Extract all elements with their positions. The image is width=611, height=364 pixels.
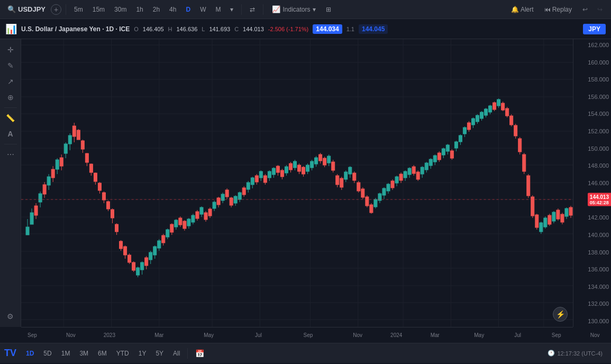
- svg-rect-285: [569, 207, 572, 215]
- lt-sep-1: [4, 107, 17, 108]
- svg-rect-239: [471, 119, 475, 125]
- chart-header: 📊 U.S. Dollar / Japanese Yen · 1D · ICE …: [0, 19, 611, 39]
- alert-label: Alert: [521, 6, 534, 13]
- svg-rect-233: [459, 135, 462, 142]
- tf-30m[interactable]: 30m: [111, 4, 130, 15]
- tf-2h[interactable]: 2h: [149, 4, 163, 15]
- lightning-button[interactable]: ⚡: [553, 307, 568, 322]
- svg-rect-273: [544, 218, 547, 227]
- time-sep: Sep: [28, 332, 37, 338]
- svg-rect-255: [506, 108, 509, 116]
- svg-rect-91: [158, 241, 161, 248]
- settings-tool[interactable]: ⚙: [3, 309, 19, 324]
- symbol-selector[interactable]: 🔍 USDJPY: [4, 4, 49, 15]
- svg-rect-101: [179, 218, 182, 225]
- draw-tool[interactable]: ✎: [3, 58, 19, 73]
- price-label-142: 142.000: [588, 214, 609, 221]
- price-label-132: 132.000: [588, 301, 609, 307]
- svg-rect-169: [323, 158, 326, 165]
- time-sep3: Sep: [552, 332, 561, 338]
- price-label-160: 160.000: [588, 59, 609, 66]
- tf-d[interactable]: D: [182, 4, 194, 15]
- symbol-text: USDJPY: [18, 5, 45, 13]
- svg-rect-37: [43, 185, 46, 194]
- svg-rect-207: [404, 171, 407, 178]
- current-price-badge: 144.034: [313, 24, 342, 34]
- replay-icon: ⏮: [544, 6, 551, 13]
- more-tools[interactable]: ⋯: [3, 147, 19, 162]
- svg-rect-209: [408, 168, 411, 175]
- tf-3m-bottom[interactable]: 3M: [75, 348, 93, 359]
- text-tool[interactable]: A: [3, 126, 19, 141]
- tf-6m-bottom[interactable]: 6M: [94, 348, 111, 359]
- clock-display: 🕐 12:17:32 (UTC-4): [543, 348, 607, 358]
- svg-rect-249: [493, 103, 496, 110]
- tf-all-bottom[interactable]: All: [169, 348, 184, 359]
- tf-15m[interactable]: 15m: [89, 4, 108, 15]
- indicators-label: Indicators: [282, 6, 310, 13]
- svg-rect-203: [395, 177, 398, 183]
- layout-button[interactable]: ⊞: [322, 4, 335, 15]
- tf-1d-bottom[interactable]: 1D: [22, 348, 38, 359]
- svg-rect-181: [349, 167, 352, 174]
- undo-button[interactable]: ↩: [578, 3, 592, 16]
- indicators-button[interactable]: 📈 Indicators ▾: [268, 4, 320, 15]
- open-value: 146.405: [143, 26, 164, 32]
- svg-rect-281: [561, 214, 564, 222]
- svg-rect-81: [136, 268, 140, 275]
- calendar-button[interactable]: 📅: [191, 348, 208, 359]
- svg-rect-87: [149, 252, 152, 260]
- ruler-tool[interactable]: 📏: [3, 111, 19, 125]
- price-label-154: 154.000: [588, 111, 609, 117]
- price-axis: 162.000 160.000 158.000 156.000 154.000 …: [573, 39, 611, 327]
- trend-tool[interactable]: ↗: [3, 74, 19, 89]
- svg-rect-41: [51, 169, 54, 178]
- chart-main[interactable]: ⚡: [21, 39, 573, 327]
- tf-ytd-bottom[interactable]: YTD: [112, 348, 133, 359]
- svg-rect-89: [153, 247, 157, 255]
- svg-rect-217: [425, 163, 428, 170]
- current-price-value: 144.013: [590, 194, 609, 200]
- clock-icon: 🕐: [548, 350, 555, 357]
- svg-rect-219: [429, 159, 432, 166]
- svg-rect-253: [501, 103, 505, 110]
- time-jul2: Jul: [514, 332, 521, 338]
- chart-svg: [21, 39, 573, 327]
- time-2023: 2023: [104, 332, 115, 338]
- svg-rect-93: [162, 235, 165, 243]
- svg-rect-39: [47, 177, 50, 185]
- tf-5m[interactable]: 5m: [70, 4, 87, 15]
- svg-rect-197: [382, 188, 386, 195]
- svg-rect-163: [311, 161, 314, 168]
- svg-rect-257: [510, 116, 513, 125]
- time-nov2: Nov: [353, 332, 362, 338]
- jpy-button[interactable]: JPY: [583, 24, 606, 34]
- tf-m[interactable]: M: [212, 4, 224, 15]
- tv-logo: 📊: [5, 23, 17, 35]
- compare-button[interactable]: ⇄: [246, 4, 259, 15]
- cursor-tool[interactable]: ✛: [3, 42, 19, 57]
- price-label-150: 150.000: [588, 145, 609, 152]
- svg-rect-57: [85, 153, 88, 162]
- separator-3: [263, 4, 263, 15]
- time-sep2: Sep: [303, 332, 313, 338]
- tf-5y-bottom[interactable]: 5Y: [151, 348, 168, 359]
- add-symbol-button[interactable]: +: [51, 4, 61, 15]
- replay-button[interactable]: ⏮ Replay: [540, 4, 576, 15]
- svg-rect-167: [319, 154, 322, 161]
- svg-rect-63: [98, 183, 101, 190]
- svg-rect-147: [276, 166, 279, 172]
- price-label-148: 148.000: [588, 162, 609, 169]
- tf-w[interactable]: W: [196, 4, 209, 15]
- tf-4h[interactable]: 4h: [166, 4, 180, 15]
- shape-tool[interactable]: ⊕: [3, 90, 19, 105]
- tf-1y-bottom[interactable]: 1Y: [134, 348, 151, 359]
- redo-button[interactable]: ↪: [593, 3, 607, 16]
- more-timeframes[interactable]: ▾: [226, 4, 237, 15]
- tf-5d-bottom[interactable]: 5D: [39, 348, 56, 359]
- tf-1h[interactable]: 1h: [132, 4, 147, 15]
- alert-button[interactable]: 🔔 Alert: [507, 4, 538, 15]
- tf-1m-bottom[interactable]: 1M: [57, 348, 75, 359]
- chart-container: ✛ ✎ ↗ ⊕ 📏 A ⋯ ⚙: [0, 39, 611, 327]
- svg-rect-241: [476, 115, 479, 122]
